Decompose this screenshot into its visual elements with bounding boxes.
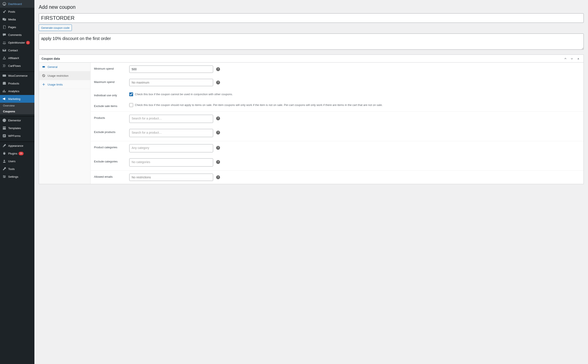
sidebar-item-label: Appearance [8,144,23,147]
page-title: Add new coupon [39,4,584,10]
tab-usage-limits[interactable]: Usage limits [39,80,90,89]
coupon-description-input[interactable]: apply 10% discount on the first order [39,33,584,50]
sidebar-item-wpforms[interactable]: WPForms [0,132,34,140]
field-label: Allowed emails [94,174,128,178]
ticket-icon [42,65,45,69]
tab-label: General [47,65,57,69]
sidebar-item-media[interactable]: Media [0,15,34,23]
admin-sidebar: Dashboard Posts Media Pages Comments Opt… [0,0,34,364]
settings-icon [2,175,7,179]
tab-label: Usage restriction [47,74,69,77]
sidebar-item-analytics[interactable]: Analytics [0,87,34,95]
sidebar-item-label: Analytics [8,90,19,93]
coupon-code-input[interactable] [39,13,584,23]
sidebar-item-cartflows[interactable]: CartFlows [0,62,34,70]
generate-coupon-button[interactable]: Generate coupon code [39,25,72,31]
submenu-marketing: Overview Coupons [0,103,34,114]
coupon-fields: Minimum spend ? Maximum spend ? Individu… [91,63,583,184]
sidebar-item-posts[interactable]: Posts [0,8,34,15]
products-select[interactable]: Search for a product… [129,115,213,123]
field-label: Maximum spend [94,79,128,84]
pin-icon [2,9,7,14]
help-icon[interactable]: ? [216,175,220,179]
move-down-icon[interactable] [569,56,575,61]
help-icon[interactable]: ? [216,67,220,71]
sidebar-item-pages[interactable]: Pages [0,23,34,31]
svg-rect-2 [3,75,6,77]
help-icon[interactable]: ? [216,131,220,135]
notification-badge: 1 [26,41,30,45]
tab-usage-restriction[interactable]: Usage restriction [39,71,90,80]
submenu-item-overview[interactable]: Overview [0,103,34,109]
user-icon [2,159,7,163]
individual-use-checkbox[interactable] [129,92,133,96]
sidebar-item-templates[interactable]: Templates [0,124,34,132]
svg-point-5 [4,160,5,161]
minimum-spend-input[interactable] [129,65,213,73]
sidebar-item-label: OptinMonster [8,41,25,44]
field-maximum-spend: Maximum spend ? [91,76,583,89]
sidebar-item-affiliatex[interactable]: AffiliateX [0,54,34,62]
svg-point-1 [5,42,5,43]
coupon-data-metabox: Coupon data General Usage restriction [39,55,584,184]
limits-icon [42,83,45,86]
help-icon[interactable]: ? [216,81,220,84]
field-label: Exclude products [94,129,128,134]
sidebar-item-woocommerce[interactable]: WooCommerce [0,72,34,79]
field-individual-use: Individual use only Check this box if th… [91,89,583,100]
coupon-tabs: General Usage restriction Usage limits [39,63,91,184]
sidebar-item-appearance[interactable]: Appearance [0,142,34,150]
notification-badge: 15 [19,152,24,155]
toggle-icon[interactable] [576,56,581,61]
exclude-categories-select[interactable]: No categories [129,158,213,167]
pages-icon [2,25,7,29]
submenu-item-coupons[interactable]: Coupons [0,109,34,114]
field-exclude-categories: Exclude categories No categories ? [91,155,583,169]
sidebar-item-users[interactable]: Users [0,157,34,165]
field-label: Individual use only [94,92,128,97]
media-icon [2,17,7,21]
field-minimum-spend: Minimum spend ? [91,63,583,76]
brush-icon [2,143,7,148]
field-categories: Product categories Any category ? [91,141,583,155]
checkbox-description: Check this box if the coupon should not … [135,103,383,107]
sidebar-item-elementor[interactable]: Elementor [0,117,34,124]
field-allowed-emails: Allowed emails ? [91,171,583,184]
tab-general[interactable]: General [39,63,90,71]
sidebar-item-dashboard[interactable]: Dashboard [0,0,34,8]
comments-icon [2,33,7,37]
coupon-data-body: General Usage restriction Usage limits M… [39,63,583,184]
active-pointer-icon [34,97,36,101]
svg-point-0 [3,42,4,43]
woocommerce-icon [2,73,7,78]
exclude-products-select[interactable]: Search for a product… [129,129,213,137]
exclude-sale-checkbox[interactable] [129,103,133,107]
sidebar-item-label: Products [8,82,19,85]
categories-select[interactable]: Any category [129,144,213,152]
help-icon[interactable]: ? [216,160,220,164]
allowed-emails-input[interactable] [129,174,213,181]
sidebar-item-tools[interactable]: Tools [0,165,34,173]
field-exclude-products: Exclude products Search for a product… ? [91,126,583,140]
affiliatex-icon [2,56,7,60]
sidebar-item-comments[interactable]: Comments [0,31,34,39]
help-icon[interactable]: ? [216,117,220,120]
help-icon[interactable]: ? [216,146,220,150]
wrench-icon [2,167,7,171]
sidebar-item-products[interactable]: Products [0,79,34,87]
sidebar-item-label: Dashboard [8,2,22,6]
move-up-icon[interactable] [563,56,568,61]
field-exclude-sale: Exclude sale items Check this box if the… [91,100,583,111]
metabox-header: Coupon data [39,55,583,63]
optinmonster-icon [2,40,7,45]
sidebar-item-contact[interactable]: Contact [0,46,34,54]
sidebar-item-label: AffiliateX [8,57,19,60]
sidebar-item-plugins[interactable]: Plugins 15 [0,150,34,157]
maximum-spend-input[interactable] [129,79,213,86]
sidebar-item-label: Marketing [8,97,20,101]
sidebar-item-label: Media [8,18,16,21]
sidebar-item-settings[interactable]: Settings [0,173,34,181]
sidebar-item-marketing[interactable]: Marketing [0,95,34,103]
sidebar-item-optinmonster[interactable]: OptinMonster 1 [0,39,34,46]
sidebar-item-label: Users [8,160,15,163]
